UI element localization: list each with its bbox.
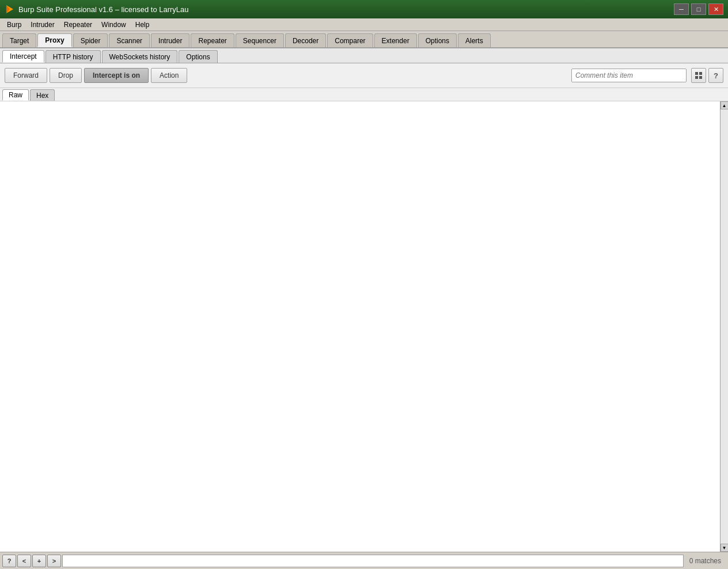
title-bar-left: Burp Suite Professional v1.6 – licensed … xyxy=(5,4,189,14)
question-mark-icon: ? xyxy=(714,71,718,80)
window-title: Burp Suite Professional v1.6 – licensed … xyxy=(18,5,189,14)
svg-rect-4 xyxy=(695,76,698,79)
help-icon-button[interactable]: ? xyxy=(708,68,723,83)
tab-options[interactable]: Options xyxy=(418,33,457,47)
subtab-http-history[interactable]: HTTP history xyxy=(46,50,101,63)
status-bar: ? < + > 0 matches xyxy=(0,552,728,569)
comment-input[interactable] xyxy=(571,69,687,82)
content-tab-raw[interactable]: Raw xyxy=(2,89,29,101)
menu-bar: Burp Intruder Repeater Window Help xyxy=(0,18,728,31)
forward-button[interactable]: Forward xyxy=(5,68,47,83)
content-sub-tabs: Raw Hex xyxy=(0,88,728,101)
menu-help[interactable]: Help xyxy=(131,19,154,31)
tab-comparer[interactable]: Comparer xyxy=(327,33,373,47)
tab-spider[interactable]: Spider xyxy=(73,33,108,47)
svg-rect-5 xyxy=(699,76,702,79)
svg-rect-2 xyxy=(695,72,698,75)
menu-window[interactable]: Window xyxy=(97,19,131,31)
tab-alerts[interactable]: Alerts xyxy=(458,33,491,47)
minimize-button[interactable]: ─ xyxy=(674,3,689,15)
intercept-toggle-button[interactable]: Intercept is on xyxy=(84,68,149,83)
title-controls: ─ □ ✕ xyxy=(674,3,723,15)
menu-repeater[interactable]: Repeater xyxy=(59,19,97,31)
menu-burp[interactable]: Burp xyxy=(2,19,26,31)
subtab-intercept[interactable]: Intercept xyxy=(2,50,44,63)
main-tabs: Target Proxy Spider Scanner Intruder Rep… xyxy=(0,31,728,48)
matches-label: 0 matches xyxy=(685,557,726,565)
title-bar: Burp Suite Professional v1.6 – licensed … xyxy=(0,0,728,18)
tab-decoder[interactable]: Decoder xyxy=(285,33,326,47)
grid-icon xyxy=(695,71,703,79)
vertical-scrollbar[interactable]: ▲ ▼ xyxy=(720,101,728,552)
search-input[interactable] xyxy=(62,555,684,567)
close-button[interactable]: ✕ xyxy=(708,3,723,15)
request-editor[interactable] xyxy=(0,101,720,552)
tab-repeater[interactable]: Repeater xyxy=(191,33,234,47)
status-help-button[interactable]: ? xyxy=(2,555,16,567)
subtab-websockets-history[interactable]: WebSockets history xyxy=(102,50,178,63)
status-add-button[interactable]: + xyxy=(32,555,46,567)
maximize-button[interactable]: □ xyxy=(691,3,706,15)
burp-icon xyxy=(5,4,15,14)
tab-intruder[interactable]: Intruder xyxy=(151,33,189,47)
menu-intruder[interactable]: Intruder xyxy=(26,19,59,31)
content-tab-hex[interactable]: Hex xyxy=(30,89,55,101)
tab-target[interactable]: Target xyxy=(2,33,36,47)
tab-scanner[interactable]: Scanner xyxy=(109,33,150,47)
grid-icon-button[interactable] xyxy=(691,68,706,83)
status-next-button[interactable]: > xyxy=(47,555,61,567)
app-content: Intercept HTTP history WebSockets histor… xyxy=(0,48,728,552)
svg-rect-3 xyxy=(699,72,702,75)
tab-extender[interactable]: Extender xyxy=(374,33,417,47)
tab-sequencer[interactable]: Sequencer xyxy=(236,33,284,47)
proxy-sub-tabs: Intercept HTTP history WebSockets histor… xyxy=(0,48,728,63)
drop-button[interactable]: Drop xyxy=(50,68,82,83)
content-area: ▲ ▼ xyxy=(0,101,728,552)
tab-proxy[interactable]: Proxy xyxy=(37,33,71,47)
action-button[interactable]: Action xyxy=(151,68,187,83)
scroll-down-arrow[interactable]: ▼ xyxy=(721,544,729,552)
toolbar: Forward Drop Intercept is on Action ? xyxy=(0,63,728,88)
scroll-up-arrow[interactable]: ▲ xyxy=(721,101,729,109)
status-back-button[interactable]: < xyxy=(17,555,31,567)
subtab-options[interactable]: Options xyxy=(179,50,217,63)
